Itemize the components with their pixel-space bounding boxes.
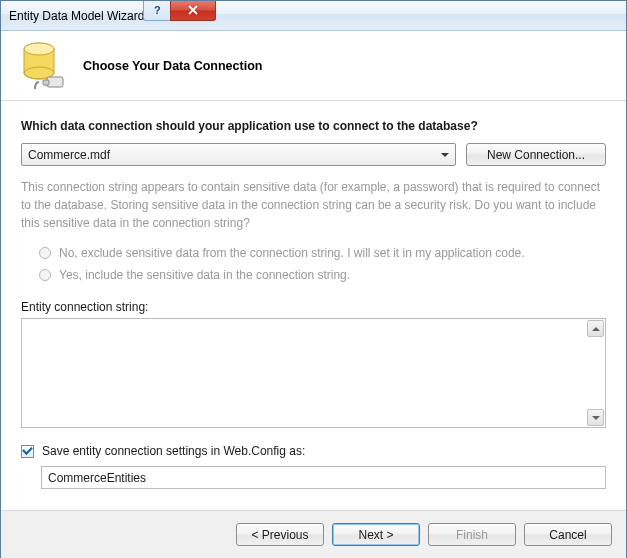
radio-exclude-sensitive: No, exclude sensitive data from the conn… (21, 242, 606, 264)
next-label: Next > (358, 528, 393, 542)
titlebar: Entity Data Model Wizard ? (1, 1, 626, 31)
new-connection-label: New Connection... (487, 148, 585, 162)
scroll-up-button[interactable] (587, 320, 604, 337)
save-settings-checkbox[interactable] (21, 445, 34, 458)
new-connection-button[interactable]: New Connection... (466, 143, 606, 166)
finish-label: Finish (456, 528, 488, 542)
wizard-heading: Choose Your Data Connection (83, 59, 262, 73)
save-settings-row: Save entity connection settings in Web.C… (21, 444, 606, 458)
radio-include-label: Yes, include the sensitive data in the c… (59, 268, 350, 282)
cancel-label: Cancel (549, 528, 586, 542)
connection-dropdown-value: Commerce.mdf (28, 148, 110, 162)
connection-dropdown[interactable]: Commerce.mdf (21, 143, 456, 166)
help-button[interactable]: ? (143, 1, 171, 21)
chevron-down-icon (441, 153, 449, 157)
svg-rect-4 (43, 80, 49, 85)
radio-icon (39, 269, 51, 281)
database-icon (21, 41, 63, 91)
radio-icon (39, 247, 51, 259)
previous-label: < Previous (251, 528, 308, 542)
svg-point-1 (24, 43, 54, 55)
close-button[interactable] (170, 1, 216, 21)
previous-button[interactable]: < Previous (236, 523, 324, 546)
wizard-content: Which data connection should your applic… (1, 101, 626, 499)
radio-include-sensitive: Yes, include the sensitive data in the c… (21, 264, 606, 286)
wizard-header: Choose Your Data Connection (1, 31, 626, 101)
save-settings-label: Save entity connection settings in Web.C… (42, 444, 305, 458)
connection-row: Commerce.mdf New Connection... (21, 143, 606, 166)
entity-name-input[interactable] (41, 466, 606, 489)
connection-string-label: Entity connection string: (21, 300, 606, 314)
help-icon: ? (154, 4, 161, 16)
security-warning-text: This connection string appears to contai… (21, 178, 606, 232)
radio-exclude-label: No, exclude sensitive data from the conn… (59, 246, 525, 260)
connection-question: Which data connection should your applic… (21, 119, 606, 133)
close-icon (188, 5, 198, 15)
scroll-down-button[interactable] (587, 409, 604, 426)
cancel-button[interactable]: Cancel (524, 523, 612, 546)
finish-button: Finish (428, 523, 516, 546)
window-buttons: ? (144, 1, 216, 21)
next-button[interactable]: Next > (332, 523, 420, 546)
wizard-footer: < Previous Next > Finish Cancel (1, 510, 626, 558)
connection-string-textbox[interactable] (21, 318, 606, 428)
window-title: Entity Data Model Wizard (9, 9, 144, 23)
